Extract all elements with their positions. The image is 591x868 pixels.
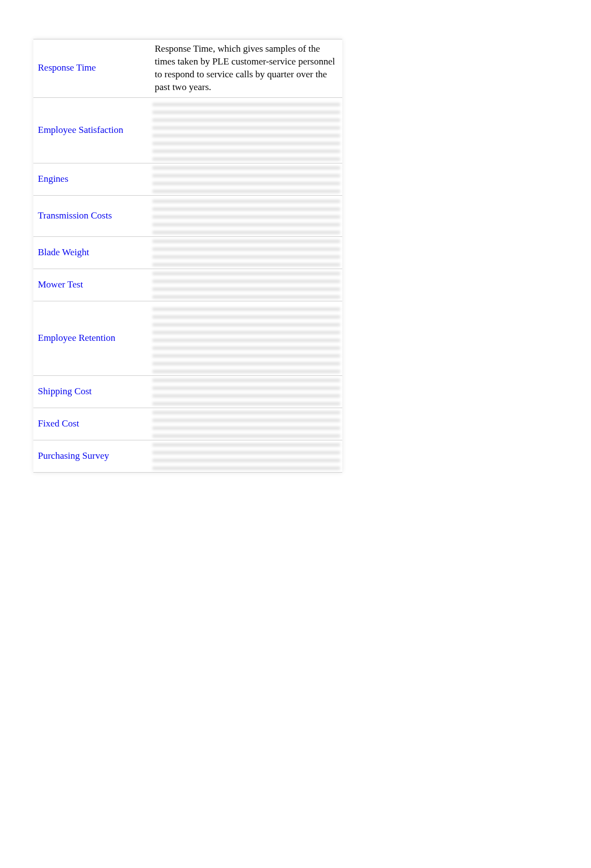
table-row: Response TimeResponse Time, which gives … [33,39,342,98]
table-row: Employee Retention [33,301,342,375]
table-row: Engines [33,163,342,195]
row-label[interactable]: Shipping Cost [33,375,150,408]
table-row: Purchasing Survey [33,440,342,472]
row-label[interactable]: Employee Satisfaction [33,97,150,163]
row-label[interactable]: Response Time [33,39,150,98]
table-row: Employee Satisfaction [33,97,342,163]
data-table: Response TimeResponse Time, which gives … [33,39,342,473]
row-label[interactable]: Fixed Cost [33,408,150,440]
table-row: Blade Weight [33,236,342,269]
row-label[interactable]: Blade Weight [33,236,150,269]
row-label[interactable]: Employee Retention [33,301,150,375]
row-description [150,301,342,375]
row-description [150,97,342,163]
row-description [150,195,342,236]
table-row: Shipping Cost [33,375,342,408]
row-description [150,269,342,301]
row-description [150,163,342,195]
table-row: Fixed Cost [33,408,342,440]
table-body: Response TimeResponse Time, which gives … [33,39,342,473]
row-description [150,375,342,408]
table-row: Transmission Costs [33,195,342,236]
row-description [150,440,342,472]
row-description [150,408,342,440]
row-label[interactable]: Transmission Costs [33,195,150,236]
row-description [150,236,342,269]
table-row: Mower Test [33,269,342,301]
row-label[interactable]: Engines [33,163,150,195]
row-label[interactable]: Purchasing Survey [33,440,150,472]
row-description: Response Time, which gives samples of th… [150,39,342,98]
row-label[interactable]: Mower Test [33,269,150,301]
